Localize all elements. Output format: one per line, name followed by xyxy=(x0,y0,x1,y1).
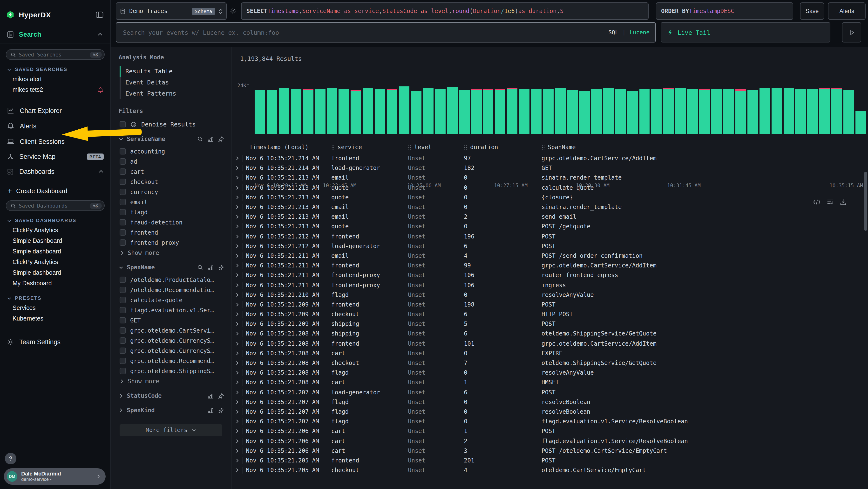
bar-chart-icon[interactable] xyxy=(207,136,214,142)
expand-row-icon[interactable] xyxy=(235,458,243,463)
expand-row-icon[interactable] xyxy=(235,273,243,278)
column-header-level[interactable]: level xyxy=(408,144,464,151)
more-filters-button[interactable]: More filters xyxy=(120,424,222,436)
expand-row-icon[interactable] xyxy=(235,448,243,453)
saved-dashboard-item[interactable]: Simple Dashboard xyxy=(0,236,111,246)
create-dashboard-button[interactable]: + Create Dashboard xyxy=(0,179,111,195)
table-row[interactable]: Nov 6 10:35:21.206 AMcartUnset2flagd.eva… xyxy=(231,436,868,446)
filter-checkbox-item[interactable]: cart xyxy=(119,167,224,177)
expand-row-icon[interactable] xyxy=(235,429,243,434)
expand-row-icon[interactable] xyxy=(235,234,243,239)
wrap-text-icon[interactable] xyxy=(827,198,834,206)
column-header-spanname[interactable]: SpanName xyxy=(541,144,868,151)
drag-handle-icon[interactable] xyxy=(331,145,335,150)
filter-checkbox-item[interactable]: grpc.oteldemo.CurrencyS… xyxy=(119,336,224,346)
drag-handle-icon[interactable] xyxy=(541,145,545,150)
user-menu[interactable]: DM Dale McDiarmid demo-service - xyxy=(4,468,105,485)
events-histogram[interactable]: 24K xyxy=(255,86,866,134)
filter-checkbox[interactable] xyxy=(120,189,126,195)
expand-row-icon[interactable] xyxy=(235,263,243,268)
sidebar-item-team-settings[interactable]: Team Settings xyxy=(0,335,111,349)
bar-chart-icon[interactable] xyxy=(207,407,214,413)
filter-checkbox-item[interactable]: calculate-quote xyxy=(119,295,224,305)
table-row[interactable]: Nov 6 10:35:21.213 AMquoteUnset0POST /ge… xyxy=(231,222,868,231)
analysis-mode-option[interactable]: Event Deltas xyxy=(121,77,224,88)
expand-row-icon[interactable] xyxy=(235,341,243,346)
filter-checkbox-item[interactable]: grpc.oteldemo.CurrencyS… xyxy=(119,346,224,356)
filter-checkbox-item[interactable]: flagd.evaluation.v1.Ser… xyxy=(119,305,224,315)
filter-checkbox-item[interactable]: grpc.oteldemo.CartServi… xyxy=(119,325,224,336)
expand-row-icon[interactable] xyxy=(235,166,243,171)
saved-search-item[interactable]: mikes alert xyxy=(0,74,111,84)
filter-group-header[interactable]: StatusCode xyxy=(119,393,224,399)
table-row[interactable]: Nov 6 10:35:21.207 AMflagdUnset0resolveB… xyxy=(231,407,868,416)
table-row[interactable]: Nov 6 10:35:21.205 AMfrontendUnset201POS… xyxy=(231,456,868,465)
filter-checkbox[interactable] xyxy=(120,358,126,364)
expand-row-icon[interactable] xyxy=(235,351,243,356)
bar-chart-icon[interactable] xyxy=(207,393,214,399)
filter-checkbox[interactable] xyxy=(120,148,126,154)
expand-row-icon[interactable] xyxy=(235,244,243,249)
preset-item[interactable]: Services xyxy=(0,303,111,313)
table-row[interactable]: Nov 6 10:35:21.213 AMquoteUnset0{closure… xyxy=(231,193,868,202)
expand-row-icon[interactable] xyxy=(235,185,243,190)
source-settings-button[interactable] xyxy=(227,2,239,20)
drag-handle-icon[interactable] xyxy=(408,145,411,150)
expand-row-icon[interactable] xyxy=(235,332,243,336)
filter-checkbox-item[interactable]: frontend xyxy=(119,227,224,237)
expand-row-icon[interactable] xyxy=(235,409,243,414)
pin-icon[interactable] xyxy=(218,264,224,270)
filter-checkbox[interactable] xyxy=(120,219,126,225)
live-tail-button[interactable]: Live Tail xyxy=(661,22,830,42)
table-row[interactable]: Nov 6 10:35:21.210 AMflagdUnset0resolveA… xyxy=(231,290,868,299)
table-row[interactable]: Nov 6 10:35:21.208 AMflagdUnset0resolveA… xyxy=(231,368,868,377)
saved-dashboards-input[interactable]: Saved Dashboards ⌘K xyxy=(6,200,105,211)
table-row[interactable]: Nov 6 10:35:21.211 AMfrontend-proxyUnset… xyxy=(231,270,868,280)
saved-dashboard-item[interactable]: Simple dashboard xyxy=(0,267,111,278)
table-row[interactable]: Nov 6 10:35:21.211 AMfrontendUnset99grpc… xyxy=(231,261,868,270)
filter-checkbox[interactable] xyxy=(120,368,126,374)
show-more-button[interactable]: Show more xyxy=(119,248,224,256)
saved-dashboard-item[interactable]: ClickPy Analytics xyxy=(0,257,111,267)
filter-checkbox[interactable] xyxy=(120,327,126,334)
sidebar-item-dashboards[interactable]: Dashboards xyxy=(0,164,111,179)
saved-searches-input[interactable]: Saved Searches ⌘K xyxy=(6,49,105,60)
expand-row-icon[interactable] xyxy=(235,214,243,219)
expand-row-icon[interactable] xyxy=(235,312,243,317)
presets-header[interactable]: PRESETS xyxy=(7,295,111,301)
expand-row-icon[interactable] xyxy=(235,302,243,307)
expand-row-icon[interactable] xyxy=(235,253,243,258)
filter-checkbox-item[interactable]: GET xyxy=(119,315,224,325)
alerts-button[interactable]: Alerts xyxy=(828,2,866,20)
expand-row-icon[interactable] xyxy=(235,380,243,385)
table-row[interactable]: Nov 6 10:35:21.213 AMemailUnset0sinatra.… xyxy=(231,202,868,212)
table-row[interactable]: Nov 6 10:35:21.209 AMcheckoutUnset6HTTP … xyxy=(231,310,868,319)
select-clause-editor[interactable]: SELECT Timestamp, ServiceName as service… xyxy=(241,2,649,20)
drag-handle-icon[interactable] xyxy=(464,145,467,150)
mode-lucene-toggle[interactable]: Lucene xyxy=(629,29,650,36)
filter-checkbox[interactable] xyxy=(120,338,126,344)
column-header-timestamp[interactable]: Timestamp (Local) xyxy=(243,144,331,151)
table-row[interactable]: Nov 6 10:35:21.214 AMfrontendUnset97grpc… xyxy=(231,153,868,163)
table-row[interactable]: Nov 6 10:35:21.213 AMemailUnset0sinatra.… xyxy=(231,173,868,183)
column-header-duration[interactable]: duration xyxy=(464,144,541,151)
expand-row-icon[interactable] xyxy=(235,361,243,366)
table-row[interactable]: Nov 6 10:35:21.207 AMload-generatorUnset… xyxy=(231,387,868,397)
expand-row-icon[interactable] xyxy=(235,205,243,209)
table-row[interactable]: Nov 6 10:35:21.207 AMflagdUnset0resolveB… xyxy=(231,397,868,407)
filter-checkbox[interactable] xyxy=(120,158,126,165)
expand-row-icon[interactable] xyxy=(235,419,243,424)
filter-checkbox[interactable] xyxy=(120,348,126,354)
expand-row-icon[interactable] xyxy=(235,283,243,287)
analysis-mode-option[interactable]: Results Table xyxy=(121,66,224,77)
sidebar-item-service-map[interactable]: Service Map BETA xyxy=(0,149,111,164)
filter-checkbox[interactable] xyxy=(120,277,126,283)
expand-row-icon[interactable] xyxy=(235,400,243,405)
orderby-clause-editor[interactable]: ORDER BY Timestamp DESC xyxy=(656,2,793,20)
filter-checkbox[interactable] xyxy=(120,239,126,246)
table-row[interactable]: Nov 6 10:35:21.206 AMcartUnset1POST xyxy=(231,427,868,436)
code-view-icon[interactable] xyxy=(813,199,821,205)
filter-checkbox-item[interactable]: grpc.oteldemo.ShippingS… xyxy=(119,366,224,376)
preset-item[interactable]: Kubernetes xyxy=(0,313,111,324)
expand-row-icon[interactable] xyxy=(235,175,243,180)
